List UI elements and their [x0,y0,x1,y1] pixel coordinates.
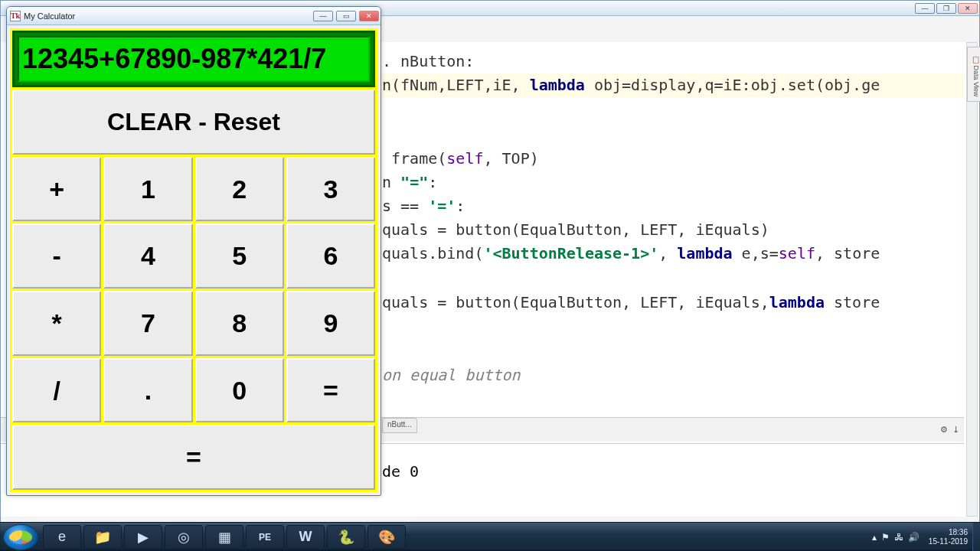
digit-9-button[interactable]: 9 [286,291,375,356]
pycharm-icon: PE [259,532,271,543]
decimal-button[interactable]: . [103,358,192,423]
ide-minimize-button[interactable]: — [915,3,935,14]
digit-0-button[interactable]: 0 [195,358,284,423]
data-view-tab[interactable]: 📋 Data View [967,47,980,102]
download-icon[interactable]: ⤓ [952,425,959,435]
calc-close-button[interactable]: ✕ [359,11,379,21]
plus-button[interactable]: + [12,157,101,222]
equals-button[interactable]: = [286,358,375,423]
calc-body: CLEAR - Reset + 1 2 3 - 4 5 6 * 7 8 9 / … [10,28,377,492]
calc-maximize-button[interactable]: ▭ [336,11,356,21]
python-icon: 🐍 [338,529,354,546]
tray-time: 18:36 [929,528,968,537]
calc-display[interactable] [18,36,370,82]
digit-7-button[interactable]: 7 [103,291,192,356]
digit-5-button[interactable]: 5 [195,223,284,289]
code-line: quals.bind('<ButtonRelease-1>', lambda e… [382,242,964,266]
editor-scrollbar[interactable] [966,42,978,517]
taskbar-items: e 📁 ▶ ◎ ▦ PE W 🐍 🎨 [41,523,406,551]
calc-titlebar[interactable]: Tk My Calculator — ▭ ✕ [7,7,381,25]
code-line: . nButton: [382,50,964,73]
equals-wide-button[interactable]: = [12,425,375,490]
media-icon: ▶ [138,529,149,546]
ie-icon: e [58,529,66,545]
code-line: on equal button [382,364,964,387]
calc-minimize-button[interactable]: — [313,11,333,21]
digit-3-button[interactable]: 3 [286,157,375,222]
action-center-icon[interactable]: ⚑ [881,532,890,543]
run-tab[interactable]: nButt... [382,418,417,433]
taskbar-word[interactable]: W [286,525,325,549]
clear-button[interactable]: CLEAR - Reset [12,90,375,155]
display-frame [12,31,375,87]
digit-2-button[interactable]: 2 [195,157,284,222]
tray-date: 15-11-2019 [929,537,968,546]
taskbar-media[interactable]: ▶ [124,525,162,549]
calculator-window[interactable]: Tk My Calculator — ▭ ✕ CLEAR - Reset + 1… [6,6,381,496]
code-line: frame(self, TOP) [382,147,964,171]
taskbar-ie[interactable]: e [43,525,81,549]
gear-icon[interactable]: ⚙ [940,425,948,435]
digit-8-button[interactable]: 8 [195,291,284,356]
chrome-icon: ◎ [178,529,190,546]
paint-icon: 🎨 [378,529,395,546]
digit-1-button[interactable]: 1 [103,157,192,222]
taskbar[interactable]: e 📁 ▶ ◎ ▦ PE W 🐍 🎨 ▴ ⚑ 🖧 🔊 18:36 15-11-2… [0,522,980,551]
taskbar-pycharm[interactable]: PE [246,525,284,549]
tray-expand-icon[interactable]: ▴ [872,532,877,543]
folder-icon: 📁 [94,529,111,546]
digit-4-button[interactable]: 4 [103,223,192,289]
code-line: quals = button(EqualButton, LEFT, iEqual… [382,291,964,315]
system-tray[interactable]: ▴ ⚑ 🖧 🔊 18:36 15-11-2019 [872,528,972,546]
start-button[interactable] [3,524,38,550]
show-desktop-button[interactable] [972,523,980,552]
taskbar-paint[interactable]: 🎨 [368,525,406,549]
digit-6-button[interactable]: 6 [286,223,375,289]
code-line: quals = button(EqualButton, LEFT, iEqual… [382,218,964,242]
word-icon: W [299,529,312,545]
code-line: s == '=': [382,194,964,218]
console-line: de 0 [382,459,419,484]
ide-close-button[interactable]: ✕ [958,3,978,14]
taskbar-excel[interactable]: ▦ [205,525,243,549]
clock[interactable]: 18:36 15-11-2019 [929,528,968,546]
code-line: n "=": [382,171,964,194]
taskbar-python[interactable]: 🐍 [327,525,365,549]
excel-icon: ▦ [218,529,231,546]
calc-window-title: My Calculator [24,11,312,21]
code-line-highlighted: n(fNum,LEFT,iE, lambda obj=display,q=iE:… [382,73,964,97]
minus-button[interactable]: - [12,223,101,289]
volume-icon[interactable]: 🔊 [908,532,920,543]
network-icon[interactable]: 🖧 [894,532,903,543]
ide-restore-button[interactable]: ❐ [936,3,956,14]
tk-icon: Tk [10,11,21,21]
divide-button[interactable]: / [12,358,101,423]
taskbar-chrome[interactable]: ◎ [165,525,203,549]
multiply-button[interactable]: * [12,291,101,356]
taskbar-explorer[interactable]: 📁 [83,525,122,549]
